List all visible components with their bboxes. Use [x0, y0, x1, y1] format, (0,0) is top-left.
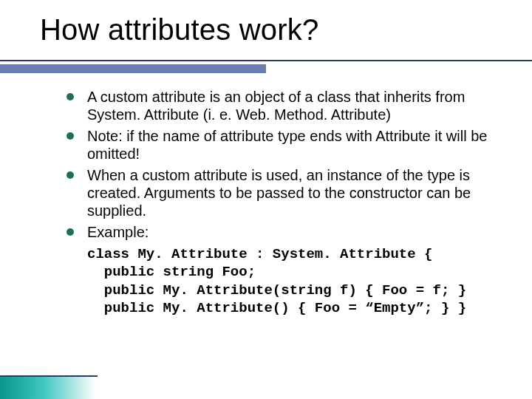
- corner-accent: [0, 377, 96, 399]
- code-block: class My. Attribute : System. Attribute …: [87, 245, 497, 317]
- bullet-list: A custom attribute is an object of a cla…: [65, 88, 497, 241]
- divider-thick-bar: [0, 64, 266, 73]
- code-line: public My. Attribute() { Foo = “Empty”; …: [87, 300, 466, 316]
- title-zone: How attributes work?: [0, 0, 532, 47]
- code-line: class My. Attribute : System. Attribute …: [87, 246, 432, 262]
- bullet-item: When a custom attribute is used, an inst…: [65, 166, 497, 220]
- code-line: public My. Attribute(string f) { Foo = f…: [87, 282, 466, 299]
- body: A custom attribute is an object of a cla…: [0, 78, 532, 317]
- bullet-item: Example:: [65, 223, 497, 241]
- divider-thin-line: [0, 60, 532, 61]
- divider: [0, 60, 532, 78]
- slide: How attributes work? A custom attribute …: [0, 0, 532, 399]
- slide-title: How attributes work?: [40, 13, 532, 47]
- bullet-item: A custom attribute is an object of a cla…: [65, 88, 497, 124]
- code-line: public string Foo;: [87, 264, 256, 280]
- bullet-item: Note: if the name of attribute type ends…: [65, 127, 497, 163]
